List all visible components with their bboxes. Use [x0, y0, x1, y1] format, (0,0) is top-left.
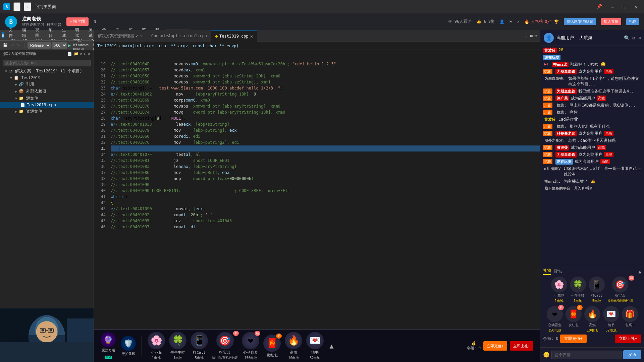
gift-box[interactable]: 新 🎯 拆宝盒 抽礼物/随机进包裹: [607, 277, 633, 303]
expand-gift-button[interactable]: ▲: [329, 342, 333, 350]
algo-button[interactable]: 切话题/参与话题: [564, 18, 596, 25]
config-dropdown[interactable]: Release: [28, 42, 51, 49]
tab-split-icon[interactable]: ⊞: [530, 33, 533, 39]
fan-badge: 高能: [604, 69, 613, 74]
chat-msg-4: 抗告 为朋血血铁 成为高能用户 高能: [543, 69, 641, 74]
arch-dropdown[interactable]: x86: [52, 42, 67, 49]
chat-avatar: 👤: [544, 33, 554, 43]
explorer-collapse[interactable]: ⊟: [84, 52, 87, 56]
gift-tab-bag[interactable]: 背包: [554, 268, 562, 274]
bottom-charge-btn[interactable]: 立即充值+: [483, 341, 507, 351]
nav-back-btn[interactable]: ‹: [13, 2, 20, 11]
gift-button[interactable]: 礼物: [626, 18, 639, 25]
layout-icon[interactable]: ⊞: [638, 35, 641, 41]
code-line-45: //.text:00401095 jnz short loc_4010A3: [111, 218, 540, 224]
follow-button[interactable]: + 粉丝团: [66, 17, 89, 26]
gift-flower[interactable]: 🌸 小花花 1电池: [551, 277, 567, 303]
nav-forward-btn[interactable]: ›: [24, 2, 31, 11]
line-num-19: 19: [94, 61, 106, 67]
tab-test2019-close[interactable]: ✕: [250, 34, 253, 39]
tab-explorer[interactable]: 解决方案资源管理器 ✓ ✕: [94, 30, 147, 42]
chat-msg-7: 抗告 涂广菜 成为高能用户 高能: [543, 96, 641, 101]
project-item[interactable]: ▼ 📋 Test2019: [0, 75, 94, 81]
tab-new-icon[interactable]: +: [526, 33, 528, 39]
code-line-31: //.text:00401060 xor edi, edi: [111, 133, 540, 139]
svg-rect-11: [0, 342, 94, 362]
external-deps-item[interactable]: ▶ 📦 外部依赖项: [0, 88, 94, 95]
explorer-refresh[interactable]: ↺: [80, 52, 83, 56]
bottom-gift-flower[interactable]: 🌸 小花花 1电池: [148, 332, 165, 360]
toolbar-redo[interactable]: ↪: [16, 43, 21, 48]
source-files-label: 📁 源文件: [19, 96, 38, 101]
tab-explorer-close[interactable]: ✕: [140, 33, 143, 39]
line-num-46: 46: [94, 224, 106, 230]
emoji-icon[interactable]: 😊: [543, 352, 550, 358]
resource-files-item[interactable]: ▶ 📁 资源文件: [0, 108, 94, 115]
pin-icon[interactable]: 📌: [594, 3, 605, 11]
run-button[interactable]: ▶: [68, 43, 71, 48]
bottom-gift-cow[interactable]: 🍀 牛牛牛哇 1电池: [169, 332, 186, 360]
explorer-search-input[interactable]: [3, 60, 91, 66]
tab-console[interactable]: ConsoleApplication1.cpp: [147, 30, 211, 42]
send-gift-button[interactable]: 立即上礼+: [615, 335, 641, 343]
window-top-bar: B ‹ › 回到主界面 📌 — □ ✕: [0, 0, 644, 13]
toolbar-undo[interactable]: ↩: [10, 43, 15, 48]
new-badge-heart: 新: [255, 331, 260, 336]
bottom-gift-red[interactable]: 新 🧧 发红包: [263, 335, 281, 358]
expand-gift-btn[interactable]: ▲: [639, 269, 641, 274]
bottom-wallet-icon[interactable]: 💰 余额: 0: [467, 341, 481, 351]
magic-user[interactable]: 🔮 魔法奇遇 NEW: [101, 332, 116, 360]
bottom-heart-count: 150电池: [244, 356, 257, 360]
references-item[interactable]: ▶ 🔗 引用: [0, 81, 94, 88]
minimize-btn[interactable]: —: [608, 3, 617, 11]
send-button[interactable]: 发送: [623, 350, 641, 359]
join-button[interactable]: 加入直播: [601, 18, 621, 25]
gift-heart[interactable]: 新 ❤️ 心动盲盒 150电池: [547, 306, 563, 333]
chat-input[interactable]: [551, 351, 622, 359]
source-files-item[interactable]: ▼ 📁 源文件: [0, 95, 94, 102]
bottom-gift-fire[interactable]: 🔥 高燃 10电池: [285, 332, 302, 360]
code-editor[interactable]: 19 20 21 22 23 24 25 26 27 28 29 30 31 3…: [94, 59, 540, 355]
settings-icon[interactable]: ⚙: [632, 35, 635, 41]
gift-red[interactable]: 新 🧧 发红包: [566, 306, 582, 333]
gift-fire[interactable]: 🔥 高燃 10电池: [584, 306, 600, 333]
tab-test2019[interactable]: ● Test2019.cpp ✕: [211, 30, 257, 42]
guardian-user[interactable]: 🛡️ 守护圣殿: [121, 336, 136, 356]
bottom-gift-call[interactable]: 📱 打Call 5电池: [191, 332, 208, 360]
bottom-gift-box[interactable]: 新 🎯 拆宝盒 抽礼物/随机进包裹: [212, 332, 238, 360]
toolbar-save[interactable]: 💾: [2, 43, 9, 48]
bottom-flower-count: 1电池: [152, 356, 161, 360]
cpp-file-item[interactable]: 📄 Test2019.cpp: [0, 102, 94, 108]
gift-tab-active[interactable]: 礼物: [543, 268, 551, 275]
chat-msg-10: 黄波菠 Cad是作业: [543, 117, 641, 122]
search-icon[interactable]: 🔍: [624, 35, 630, 41]
user-tag: 黄波菠: [543, 48, 557, 53]
user-tag: 为朋血血铁: [555, 69, 577, 74]
sep1: |: [22, 42, 26, 48]
bottom-heart-name: 心动盲盒: [243, 350, 258, 355]
chat-msg-8: 广告 抗告: 网上的CAD都是免费的，我CAD你...: [543, 103, 641, 108]
bili-info: 逆向老钱 软件逆向学习 科学科普: [22, 16, 61, 27]
maximize-btn[interactable]: □: [620, 3, 629, 11]
bottom-gift-heart[interactable]: 新 ❤️ 心动盲盒 150电池: [242, 332, 259, 360]
code-content: //.text:0040104F movups xmm0, xmmword pt…: [109, 59, 540, 355]
line-num-41: 41: [94, 194, 106, 200]
chat-msg-2: 逆在玩耍: [543, 55, 641, 60]
gift-cow[interactable]: 🍀 牛牛牛哇 1电池: [570, 277, 586, 303]
gift-call[interactable]: 📱 打Call 5电池: [589, 277, 605, 303]
explorer-newfile[interactable]: 📄: [67, 52, 72, 56]
close-btn[interactable]: ✕: [632, 3, 641, 11]
explorer-close[interactable]: ✕: [88, 52, 90, 56]
explorer-newfolder[interactable]: 📁: [74, 52, 78, 56]
user-tag: 脑不規矩的平台: [543, 186, 572, 191]
bottom-gift-letter[interactable]: 💌 情书 52电池: [306, 332, 324, 360]
gift-bag[interactable]: 🎁 包裹+: [622, 306, 638, 333]
bottom-send-btn[interactable]: 立即上礼+: [510, 341, 533, 351]
tab-settings-icon[interactable]: ⚙: [535, 33, 537, 39]
gift-letter[interactable]: 💌 情书 52电池: [603, 306, 619, 333]
line-num-44: 44: [94, 212, 106, 218]
msg-text: 为主播点赞了 👍: [564, 179, 595, 184]
right-chat-panel: 👤 高能用户 大航海 🔍 ⚙ ⊞ 黄波菠 28 逆在玩耍: [540, 30, 644, 362]
solution-item[interactable]: ▼ 🗂 解决方案 'Test2019' (1 个项目): [0, 68, 94, 75]
charge-button[interactable]: 立即充值+: [560, 335, 587, 343]
